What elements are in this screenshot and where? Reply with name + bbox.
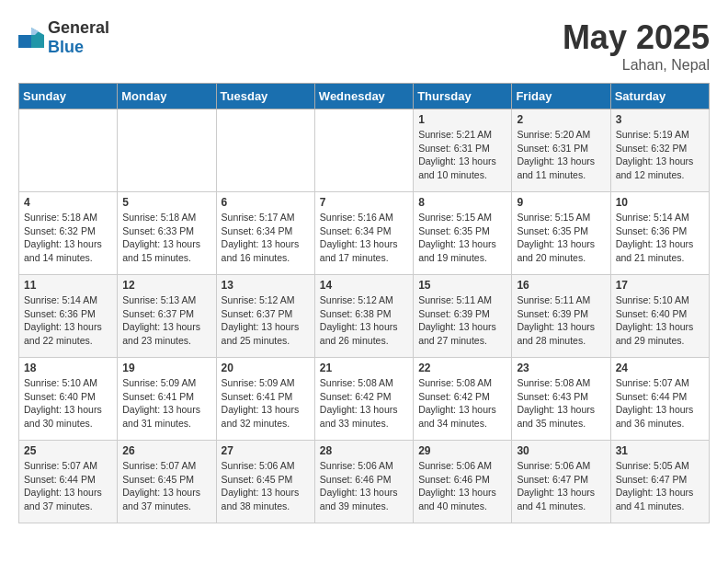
calendar-cell: 15Sunrise: 5:11 AM Sunset: 6:39 PM Dayli…	[414, 275, 512, 358]
weekday-header-monday: Monday	[118, 84, 216, 109]
calendar-cell: 27Sunrise: 5:06 AM Sunset: 6:45 PM Dayli…	[216, 441, 314, 523]
calendar-cell	[118, 109, 216, 192]
day-number: 8	[418, 196, 506, 209]
weekday-header-saturday: Saturday	[610, 84, 709, 109]
page-header: General Blue May 2025 Lahan, Nepal	[18, 18, 710, 74]
calendar-cell: 21Sunrise: 5:08 AM Sunset: 6:42 PM Dayli…	[314, 358, 413, 441]
calendar-week-row: 4Sunrise: 5:18 AM Sunset: 6:32 PM Daylig…	[19, 192, 710, 275]
cell-info: Sunrise: 5:06 AM Sunset: 6:46 PM Dayligh…	[418, 459, 506, 513]
day-number: 23	[517, 362, 605, 374]
day-number: 9	[517, 196, 605, 209]
calendar-table: SundayMondayTuesdayWednesdayThursdayFrid…	[18, 83, 710, 523]
cell-info: Sunrise: 5:10 AM Sunset: 6:40 PM Dayligh…	[616, 293, 704, 348]
cell-info: Sunrise: 5:06 AM Sunset: 6:45 PM Dayligh…	[222, 459, 310, 513]
calendar-week-row: 11Sunrise: 5:14 AM Sunset: 6:36 PM Dayli…	[19, 275, 710, 358]
cell-info: Sunrise: 5:08 AM Sunset: 6:43 PM Dayligh…	[517, 376, 605, 431]
calendar-cell: 31Sunrise: 5:05 AM Sunset: 6:47 PM Dayli…	[610, 441, 709, 523]
day-number: 6	[222, 196, 310, 209]
cell-info: Sunrise: 5:07 AM Sunset: 6:44 PM Dayligh…	[24, 459, 112, 513]
cell-info: Sunrise: 5:12 AM Sunset: 6:37 PM Dayligh…	[222, 293, 310, 348]
calendar-cell: 29Sunrise: 5:06 AM Sunset: 6:46 PM Dayli…	[414, 441, 512, 523]
weekday-header-friday: Friday	[512, 84, 610, 109]
weekday-header-tuesday: Tuesday	[216, 84, 314, 109]
cell-info: Sunrise: 5:14 AM Sunset: 6:36 PM Dayligh…	[24, 293, 112, 348]
cell-info: Sunrise: 5:08 AM Sunset: 6:42 PM Dayligh…	[418, 376, 506, 431]
day-number: 17	[616, 279, 704, 292]
cell-info: Sunrise: 5:12 AM Sunset: 6:38 PM Dayligh…	[320, 293, 408, 348]
cell-info: Sunrise: 5:15 AM Sunset: 6:35 PM Dayligh…	[517, 211, 605, 265]
logo-text: General Blue	[48, 18, 109, 57]
day-number: 15	[418, 279, 506, 292]
day-number: 29	[418, 444, 506, 457]
cell-info: Sunrise: 5:09 AM Sunset: 6:41 PM Dayligh…	[122, 376, 210, 431]
logo-general: General	[48, 18, 109, 37]
logo: General Blue	[18, 18, 109, 57]
cell-info: Sunrise: 5:10 AM Sunset: 6:40 PM Dayligh…	[24, 376, 112, 431]
day-number: 13	[222, 279, 310, 292]
cell-info: Sunrise: 5:17 AM Sunset: 6:34 PM Dayligh…	[222, 211, 310, 265]
cell-info: Sunrise: 5:06 AM Sunset: 6:46 PM Dayligh…	[320, 459, 408, 513]
cell-info: Sunrise: 5:19 AM Sunset: 6:32 PM Dayligh…	[616, 128, 704, 182]
day-number: 18	[24, 362, 112, 374]
cell-info: Sunrise: 5:09 AM Sunset: 6:41 PM Dayligh…	[222, 376, 310, 431]
day-number: 5	[122, 196, 210, 209]
calendar-cell: 11Sunrise: 5:14 AM Sunset: 6:36 PM Dayli…	[19, 275, 118, 358]
day-number: 14	[320, 279, 408, 292]
cell-info: Sunrise: 5:18 AM Sunset: 6:33 PM Dayligh…	[122, 211, 210, 265]
calendar-cell: 28Sunrise: 5:06 AM Sunset: 6:46 PM Dayli…	[314, 441, 413, 523]
title-block: May 2025 Lahan, Nepal	[563, 18, 710, 74]
calendar-week-row: 1Sunrise: 5:21 AM Sunset: 6:31 PM Daylig…	[19, 109, 710, 192]
location-label: Lahan, Nepal	[563, 57, 710, 74]
calendar-week-row: 25Sunrise: 5:07 AM Sunset: 6:44 PM Dayli…	[19, 441, 710, 523]
logo-icon	[18, 28, 44, 48]
calendar-cell: 17Sunrise: 5:10 AM Sunset: 6:40 PM Dayli…	[610, 275, 709, 358]
cell-info: Sunrise: 5:07 AM Sunset: 6:44 PM Dayligh…	[616, 376, 704, 431]
day-number: 11	[24, 279, 112, 292]
cell-info: Sunrise: 5:07 AM Sunset: 6:45 PM Dayligh…	[122, 459, 210, 513]
cell-info: Sunrise: 5:20 AM Sunset: 6:31 PM Dayligh…	[517, 128, 605, 182]
calendar-cell: 14Sunrise: 5:12 AM Sunset: 6:38 PM Dayli…	[314, 275, 413, 358]
cell-info: Sunrise: 5:05 AM Sunset: 6:47 PM Dayligh…	[616, 459, 704, 513]
calendar-cell: 26Sunrise: 5:07 AM Sunset: 6:45 PM Dayli…	[118, 441, 216, 523]
calendar-cell: 5Sunrise: 5:18 AM Sunset: 6:33 PM Daylig…	[118, 192, 216, 275]
day-number: 22	[418, 362, 506, 374]
day-number: 31	[616, 444, 704, 457]
day-number: 16	[517, 279, 605, 292]
calendar-cell: 4Sunrise: 5:18 AM Sunset: 6:32 PM Daylig…	[19, 192, 118, 275]
calendar-cell: 25Sunrise: 5:07 AM Sunset: 6:44 PM Dayli…	[19, 441, 118, 523]
calendar-cell: 10Sunrise: 5:14 AM Sunset: 6:36 PM Dayli…	[610, 192, 709, 275]
calendar-cell: 22Sunrise: 5:08 AM Sunset: 6:42 PM Dayli…	[414, 358, 512, 441]
calendar-cell: 20Sunrise: 5:09 AM Sunset: 6:41 PM Dayli…	[216, 358, 314, 441]
day-number: 2	[517, 113, 605, 126]
calendar-cell: 18Sunrise: 5:10 AM Sunset: 6:40 PM Dayli…	[19, 358, 118, 441]
cell-info: Sunrise: 5:13 AM Sunset: 6:37 PM Dayligh…	[122, 293, 210, 348]
weekday-header-wednesday: Wednesday	[314, 84, 413, 109]
calendar-cell: 2Sunrise: 5:20 AM Sunset: 6:31 PM Daylig…	[512, 109, 610, 192]
calendar-cell: 24Sunrise: 5:07 AM Sunset: 6:44 PM Dayli…	[610, 358, 709, 441]
day-number: 4	[24, 196, 112, 209]
day-number: 1	[418, 113, 506, 126]
day-number: 12	[122, 279, 210, 292]
calendar-cell: 16Sunrise: 5:11 AM Sunset: 6:39 PM Dayli…	[512, 275, 610, 358]
calendar-cell: 8Sunrise: 5:15 AM Sunset: 6:35 PM Daylig…	[414, 192, 512, 275]
calendar-week-row: 18Sunrise: 5:10 AM Sunset: 6:40 PM Dayli…	[19, 358, 710, 441]
calendar-cell: 19Sunrise: 5:09 AM Sunset: 6:41 PM Dayli…	[118, 358, 216, 441]
calendar-cell: 12Sunrise: 5:13 AM Sunset: 6:37 PM Dayli…	[118, 275, 216, 358]
month-year-title: May 2025	[563, 18, 710, 57]
cell-info: Sunrise: 5:18 AM Sunset: 6:32 PM Dayligh…	[24, 211, 112, 265]
cell-info: Sunrise: 5:16 AM Sunset: 6:34 PM Dayligh…	[320, 211, 408, 265]
weekday-header-thursday: Thursday	[414, 84, 512, 109]
calendar-cell	[216, 109, 314, 192]
calendar-cell: 3Sunrise: 5:19 AM Sunset: 6:32 PM Daylig…	[610, 109, 709, 192]
cell-info: Sunrise: 5:14 AM Sunset: 6:36 PM Dayligh…	[616, 211, 704, 265]
day-number: 30	[517, 444, 605, 457]
day-number: 7	[320, 196, 408, 209]
calendar-cell: 13Sunrise: 5:12 AM Sunset: 6:37 PM Dayli…	[216, 275, 314, 358]
day-number: 25	[24, 444, 112, 457]
cell-info: Sunrise: 5:11 AM Sunset: 6:39 PM Dayligh…	[517, 293, 605, 348]
day-number: 10	[616, 196, 704, 209]
calendar-cell: 1Sunrise: 5:21 AM Sunset: 6:31 PM Daylig…	[414, 109, 512, 192]
cell-info: Sunrise: 5:21 AM Sunset: 6:31 PM Dayligh…	[418, 128, 506, 182]
cell-info: Sunrise: 5:15 AM Sunset: 6:35 PM Dayligh…	[418, 211, 506, 265]
calendar-cell: 23Sunrise: 5:08 AM Sunset: 6:43 PM Dayli…	[512, 358, 610, 441]
